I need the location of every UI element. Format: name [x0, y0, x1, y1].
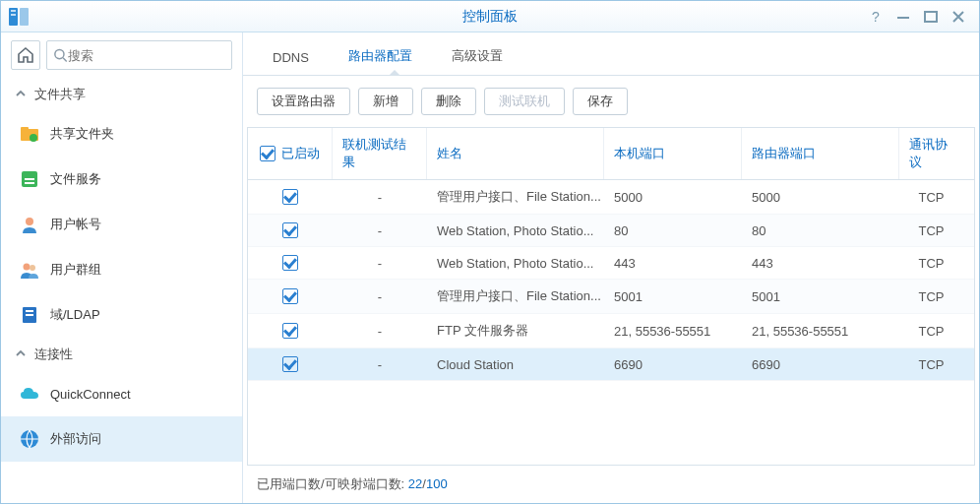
- cell-test: -: [333, 180, 427, 214]
- help-button[interactable]: ?: [867, 8, 885, 26]
- svg-rect-13: [25, 178, 34, 180]
- sidebar-item-file-services[interactable]: 文件服务: [1, 157, 242, 202]
- footer: 已用端口数/可映射端口数: 22/100: [243, 466, 979, 503]
- table-body: -管理用户接口、File Station...50005000TCP-Web S…: [247, 180, 975, 466]
- group-icon: [19, 259, 40, 281]
- cell-local: 5000: [604, 180, 742, 214]
- table-row[interactable]: -Web Station, Photo Statio...443443TCP: [248, 247, 974, 280]
- cell-test: -: [333, 348, 427, 380]
- cell-local: 21, 55536-55551: [604, 314, 742, 347]
- sidebar-item-label: 用户群组: [50, 261, 101, 279]
- col-local-port[interactable]: 本机端口: [604, 128, 742, 179]
- tab-ddns[interactable]: DDNS: [253, 40, 329, 75]
- cell-router: 5000: [742, 180, 899, 214]
- checkbox[interactable]: [282, 288, 298, 304]
- svg-line-8: [63, 58, 67, 62]
- tab-advanced[interactable]: 高级设置: [432, 37, 522, 75]
- ports-total: 100: [426, 476, 448, 491]
- cell-router: 21, 55536-55551: [742, 314, 899, 347]
- main-panel: DDNS 路由器配置 高级设置 设置路由器 新增 删除 测试联机 保存 已启动 …: [243, 32, 979, 503]
- chevron-up-icon: [15, 347, 27, 362]
- table-row[interactable]: -管理用户接口、File Station...50005000TCP: [248, 180, 974, 215]
- checkbox-header[interactable]: [260, 146, 276, 161]
- sidebar-item-label: QuickConnect: [50, 387, 131, 402]
- tab-router-config[interactable]: 路由器配置: [329, 37, 432, 75]
- svg-point-15: [26, 218, 33, 225]
- ports-used: 22: [408, 476, 422, 491]
- save-button[interactable]: 保存: [573, 88, 628, 115]
- cell-protocol: TCP: [899, 280, 963, 313]
- cell-name: Cloud Station: [427, 348, 604, 380]
- minimize-button[interactable]: [894, 8, 912, 26]
- col-test-result[interactable]: 联机测试结果: [333, 128, 427, 179]
- cell-protocol: TCP: [899, 314, 963, 347]
- sidebar-item-quickconnect[interactable]: QuickConnect: [1, 371, 242, 416]
- svg-point-17: [30, 265, 35, 271]
- sidebar-item-label: 共享文件夹: [50, 125, 114, 143]
- svg-rect-20: [26, 314, 33, 316]
- svg-point-7: [55, 50, 64, 59]
- table-row[interactable]: -管理用户接口、File Station...50015001TCP: [248, 280, 974, 314]
- port-table: 已启动 联机测试结果 姓名 本机端口 路由器端口 通讯协议 -管理用户接口、Fi…: [247, 127, 975, 466]
- checkbox[interactable]: [282, 323, 298, 339]
- search-input[interactable]: [68, 48, 225, 63]
- sidebar-item-user[interactable]: 用户帐号: [1, 202, 242, 247]
- checkbox[interactable]: [282, 222, 298, 238]
- col-protocol[interactable]: 通讯协议: [899, 128, 963, 179]
- table-row[interactable]: -Web Station, Photo Statio...8080TCP: [248, 215, 974, 247]
- setup-router-button[interactable]: 设置路由器: [257, 88, 350, 115]
- titlebar: 控制面板 ?: [1, 1, 979, 32]
- checkbox[interactable]: [282, 356, 298, 372]
- sidebar-item-domain-ldap[interactable]: 域/LDAP: [1, 292, 242, 338]
- category-label: 文件共享: [34, 86, 86, 103]
- sidebar-item-group[interactable]: 用户群组: [1, 247, 242, 292]
- test-connection-button[interactable]: 测试联机: [484, 88, 565, 115]
- ldap-icon: [19, 304, 40, 326]
- cell-protocol: TCP: [899, 247, 963, 279]
- cell-test: -: [333, 215, 427, 246]
- svg-rect-3: [11, 14, 16, 16]
- svg-text:?: ?: [872, 10, 880, 24]
- cell-protocol: TCP: [899, 215, 963, 246]
- search-wrap[interactable]: [46, 40, 232, 70]
- svg-point-16: [24, 264, 31, 271]
- category-connectivity[interactable]: 连接性: [1, 338, 242, 371]
- table-row[interactable]: -FTP 文件服务器21, 55536-5555121, 55536-55551…: [248, 314, 974, 348]
- col-enabled[interactable]: 已启动: [248, 128, 333, 179]
- maximize-button[interactable]: [922, 8, 940, 26]
- cell-local: 443: [604, 247, 742, 279]
- table-row[interactable]: -Cloud Station66906690TCP: [248, 348, 974, 381]
- checkbox[interactable]: [282, 189, 298, 205]
- cell-router: 6690: [742, 348, 899, 380]
- cell-local: 6690: [604, 348, 742, 380]
- sidebar-item-label: 用户帐号: [50, 216, 101, 233]
- sidebar-item-shared-folder[interactable]: 共享文件夹: [1, 111, 242, 157]
- cell-local: 5001: [604, 280, 742, 313]
- cell-router: 443: [742, 247, 899, 279]
- create-button[interactable]: 新增: [358, 88, 413, 115]
- sidebar-item-label: 域/LDAP: [50, 306, 100, 324]
- window: 控制面板 ? 文件共享 共享文件夹: [0, 0, 980, 504]
- cell-protocol: TCP: [899, 180, 963, 214]
- cell-test: -: [333, 247, 427, 279]
- home-button[interactable]: [11, 40, 40, 70]
- cell-name: Web Station, Photo Statio...: [427, 247, 604, 279]
- col-router-port[interactable]: 路由器端口: [742, 128, 899, 179]
- toolbar: 设置路由器 新增 删除 测试联机 保存: [243, 76, 979, 127]
- window-title: 控制面板: [1, 8, 979, 26]
- category-label: 连接性: [34, 346, 73, 363]
- category-file-sharing[interactable]: 文件共享: [1, 78, 242, 111]
- col-name[interactable]: 姓名: [427, 128, 604, 179]
- close-button[interactable]: [949, 8, 967, 26]
- svg-rect-6: [925, 12, 937, 22]
- sidebar-item-external-access[interactable]: 外部访问: [1, 416, 242, 462]
- cell-name: FTP 文件服务器: [427, 314, 604, 347]
- svg-rect-5: [897, 17, 909, 19]
- file-services-icon: [19, 168, 40, 190]
- cell-local: 80: [604, 215, 742, 246]
- checkbox[interactable]: [282, 255, 298, 271]
- svg-rect-1: [20, 8, 29, 26]
- delete-button[interactable]: 删除: [421, 88, 476, 115]
- cloud-icon: [19, 383, 40, 405]
- svg-rect-14: [25, 182, 34, 184]
